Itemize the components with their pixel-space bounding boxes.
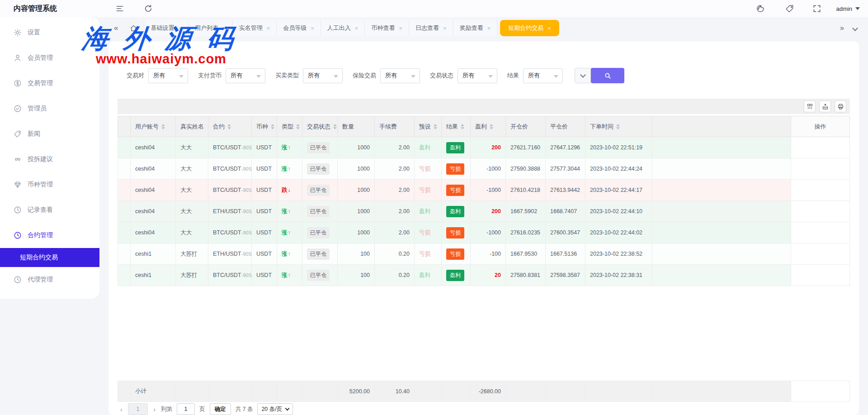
contract-period: -90S [241,251,252,257]
home-tab[interactable] [123,20,144,36]
tabs-scroll-right-button[interactable]: » [835,24,849,32]
tab-close-icon[interactable]: × [547,25,551,32]
sidebar-subitem-9[interactable]: 短期合约交易 [0,248,99,267]
cell-expand [118,180,131,201]
admin-dropdown[interactable]: admin [836,0,860,17]
print-button[interactable] [835,100,846,112]
tab-1[interactable]: 用户列表× [189,20,233,36]
menu-fold-icon[interactable] [115,4,124,13]
tab-close-icon[interactable]: × [267,25,270,32]
status-badge: 已平仓 [307,248,330,260]
cell-fee: 2.00 [375,158,415,180]
table-row[interactable]: ceshi1大苏打BTC/USDT-90SUSDT涨↑已平仓1000.20盈利盈… [118,265,850,286]
sort-icon[interactable] [161,124,165,129]
tab-2[interactable]: 实名管理× [233,20,277,36]
col-header-result[interactable]: 结果 [442,116,471,137]
tab-5[interactable]: 币种查看× [365,20,409,36]
col-header-preset[interactable]: 预设 [415,116,442,137]
tab-close-icon[interactable]: × [443,25,447,32]
tab-6[interactable]: 日志查看× [409,20,453,36]
tab-4[interactable]: 人工出入× [321,20,365,36]
tab-close-icon[interactable]: × [487,25,491,32]
sort-icon[interactable] [461,124,464,129]
tab-8[interactable]: 短期合约交易× [500,20,559,36]
goto-page-input[interactable]: 1 [177,403,195,415]
col-header-contract[interactable]: 合约 [208,116,252,137]
sort-icon[interactable] [434,124,437,129]
chevron-down-icon [580,72,586,78]
caret-down-icon [488,75,493,78]
tab-7[interactable]: 奖励查看× [453,20,498,36]
col-header-time[interactable]: 下单时间 [585,116,652,137]
tabs-menu-button[interactable] [849,24,862,32]
filter-select-4[interactable]: 所有 [458,68,497,83]
sidebar-item-2[interactable]: 交易管理 [0,71,99,96]
columns-setting-button[interactable] [804,100,816,112]
table-row[interactable]: ceshi04大大BTC/USDT-90SUSDT涨↑已平仓10002.00亏损… [118,158,850,180]
sidebar-item-6[interactable]: 币种管理 [0,172,99,197]
filter-collapse-button[interactable] [575,68,591,83]
tab-0[interactable]: 基础设置× [144,20,189,36]
sidebar-item-10[interactable]: 代理管理 [0,267,99,292]
current-page-button[interactable]: 1 [128,403,148,415]
table-row[interactable]: ceshi04大大BTC/USDT-90SUSDT跌↓已平仓10002.00亏损… [118,180,850,201]
col-header-status[interactable]: 交易状态 [302,116,338,137]
sort-icon[interactable] [227,124,231,129]
filter-select-3[interactable]: 所有 [380,68,420,83]
fullscreen-icon[interactable] [812,4,821,13]
sort-icon[interactable] [616,124,620,129]
next-page-button[interactable]: › [152,405,156,413]
tab-label: 短期合约交易 [508,24,543,32]
col-header-account[interactable]: 用户账号 [131,116,176,137]
tab-3[interactable]: 会员等级× [277,20,321,36]
sidebar-item-3[interactable]: 管理员 [0,96,99,121]
tab-close-icon[interactable]: × [222,25,226,32]
col-header-profit[interactable]: 盈利 [471,116,506,137]
sidebar-item-8[interactable]: 合约管理 [0,223,99,248]
theme-palette-icon[interactable] [756,4,765,13]
contract-pair: BTC/USDT [213,272,241,278]
cell-type: 涨↑ [277,137,302,158]
export-button[interactable] [819,100,831,112]
filter-select-1[interactable]: 所有 [226,68,265,83]
table-row[interactable]: ceshi04大大BTC/USDT-90SUSDT涨↑已平仓10002.00盈利… [118,137,850,158]
sort-icon[interactable] [490,124,493,129]
cell-close_price: 27577.3044 [546,158,585,180]
tab-close-icon[interactable]: × [355,25,359,32]
cell-coin: USDT [252,158,277,180]
table-row[interactable]: ceshi04大大BTC/USDT-90SUSDT涨↑已平仓10002.00亏损… [118,222,850,243]
sidebar-item-1[interactable]: 会员管理 [0,45,99,71]
sort-icon[interactable] [271,124,274,129]
page-size-select[interactable]: 20 条/页 [257,403,293,415]
filter-select-2[interactable]: 所有 [303,68,343,83]
direction-up-label: 涨↑ [282,208,291,215]
sort-icon[interactable] [296,124,300,129]
cell-close_price: 1668.7407 [546,201,585,222]
tab-close-icon[interactable]: × [311,25,314,32]
cell-result: 亏损 [442,243,471,265]
sidebar-item-4[interactable]: 新闻 [0,121,99,147]
sidebar-item-5[interactable]: 投拆建议 [0,147,99,172]
refresh-icon[interactable] [144,4,153,13]
table-row[interactable]: ceshi1大苏打ETH/USDT-90SUSDT涨↑已平仓1000.20亏损亏… [118,243,850,265]
col-header-coin[interactable]: 币种 [252,116,277,137]
prev-page-button[interactable]: ‹ [119,405,123,413]
cell-amount: 100 [338,243,375,265]
sidebar-item-0[interactable]: 设置 [0,20,99,45]
sidebar-item-7[interactable]: 记录查看 [0,197,99,223]
tabs-scroll-left-button[interactable]: « [108,24,123,33]
cell-contract: BTC/USDT-90S [208,265,252,286]
tab-bar: « 基础设置×用户列表×实名管理×会员等级×人工出入×币种查看×日志查看×奖励查… [108,20,862,36]
search-button[interactable] [591,68,624,83]
tab-close-icon[interactable]: × [178,25,182,32]
confirm-page-button[interactable]: 确定 [210,403,231,415]
filter-select-0[interactable]: 所有 [148,68,188,83]
col-header-type[interactable]: 类型 [277,116,302,137]
cell-preset: 盈利 [415,265,442,286]
filter-select-5[interactable]: 所有 [523,68,563,83]
cell-coin: USDT [252,265,277,286]
table-row[interactable]: ceshi04大大ETH/USDT-90SUSDT涨↑已平仓10002.00盈利… [118,201,850,222]
sort-icon[interactable] [333,124,337,129]
tab-close-icon[interactable]: × [399,25,402,32]
tag-icon[interactable] [785,4,794,13]
